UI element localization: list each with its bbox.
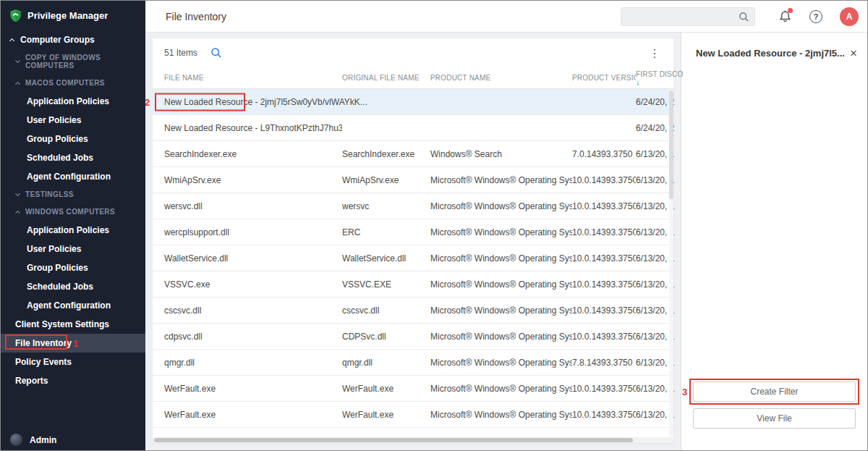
column-header-product-version[interactable]: PRODUCT VERSION [572, 74, 636, 82]
cell-original-file-name: WalletService.dll [342, 253, 430, 264]
sidebar-item-agent-configuration[interactable]: Agent Configuration [1, 296, 145, 315]
sidebar-item-application-policies[interactable]: Application Policies [1, 221, 145, 240]
cell-original-file-name: WerFault.exe [342, 384, 430, 394]
admin-user[interactable]: Admin [10, 434, 56, 446]
nav-label: Computer Groups [20, 35, 95, 45]
cell-original-file-name: VSSVC.EXE [342, 279, 430, 290]
cell-product-name: Windows® Search [430, 149, 572, 159]
nav-label: WINDOWS COMPUTERS [25, 208, 115, 216]
sidebar: Privilege Manager Computer Groups COPY O… [1, 1, 145, 450]
cell-product-version: 7.8.14393.3750 [572, 358, 636, 368]
help-button[interactable]: ? [809, 10, 822, 23]
admin-label: Admin [30, 435, 56, 445]
cell-product-version: 10.0.14393.3750 [572, 332, 636, 342]
notifications-button[interactable] [778, 9, 792, 23]
cell-product-name: Microsoft® Windows® Operating System [430, 332, 572, 342]
user-avatar[interactable]: A [840, 7, 859, 26]
cell-file-name: qmgr.dll [164, 358, 342, 368]
sidebar-item-user-policies[interactable]: User Policies [1, 240, 145, 258]
cell-file-name: cdpsvc.dll [164, 332, 342, 342]
sidebar-item-client-system-settings[interactable]: Client System Settings [1, 315, 145, 334]
table-row[interactable]: WerFault.exe WerFault.exe Microsoft® Win… [153, 376, 673, 402]
cell-original-file-name: wersvc [342, 201, 430, 211]
sidebar-item-group-policies[interactable]: Group Policies [1, 130, 145, 148]
cell-file-name: wercplsupport.dll [164, 227, 342, 237]
column-header-first-discovered[interactable]: FIRST DISCO ↓ [636, 70, 678, 85]
global-search-input[interactable] [621, 8, 754, 25]
cell-product-name: Microsoft® Windows® Operating System [430, 305, 572, 316]
cell-product-name: Microsoft® Windows® Operating System [430, 253, 572, 264]
sidebar-item-macos-computers[interactable]: MACOS COMPUTERS [1, 75, 145, 92]
sidebar-item-scheduled-jobs[interactable]: Scheduled Jobs [1, 148, 145, 167]
notification-dot [788, 8, 793, 13]
panel-header: New Loaded Resource - 2jmj7l5... × [681, 33, 867, 68]
create-filter-wrap: Create Filter 3 [693, 382, 856, 402]
cell-file-name: WalletService.dll [164, 253, 342, 264]
sidebar-item-file-inventory[interactable]: File Inventory 1 [1, 334, 145, 353]
table-row[interactable]: New Loaded Resource - L9ThxnotKPzthJ7hu3… [153, 115, 673, 141]
table-row[interactable]: cscsvc.dll cscsvc.dll Microsoft® Windows… [153, 298, 673, 324]
cell-product-name: Microsoft® Windows® Operating System [430, 358, 572, 368]
sidebar-item-computer-groups[interactable]: Computer Groups [1, 30, 145, 49]
sidebar-item-testinglss[interactable]: TESTINGLSS [1, 186, 145, 203]
table-row[interactable]: WerFault.exe WerFault.exe Microsoft® Win… [153, 402, 673, 428]
column-header-file-name[interactable]: FILE NAME [164, 74, 342, 82]
table-body: New Loaded Resource - 2jmj7l5rSw0yVb/vlW… [153, 89, 673, 428]
chevron-up-icon [15, 81, 20, 86]
table-row[interactable]: SearchIndexer.exe SearchIndexer.exe Wind… [153, 141, 673, 167]
column-header-original-file-name[interactable]: ORIGINAL FILE NAME [342, 74, 430, 82]
sort-descending-icon[interactable]: ↓ [636, 78, 672, 85]
horizontal-scrollbar[interactable] [153, 437, 673, 443]
sidebar-item-group-policies[interactable]: Group Policies [1, 258, 145, 277]
annotation-number-2: 2 [145, 96, 150, 107]
table-row[interactable]: WalletService.dll WalletService.dll Micr… [153, 245, 673, 271]
cell-original-file-name: SearchIndexer.exe [342, 149, 430, 159]
cell-product-version: 10.0.14393.3750 [572, 227, 636, 237]
sidebar-item-user-policies[interactable]: User Policies [1, 111, 145, 130]
sidebar-item-windows-computers[interactable]: WINDOWS COMPUTERS [1, 203, 145, 221]
sidebar-nav: Computer Groups COPY OF WINDOWS COMPUTER… [1, 29, 145, 390]
cell-original-file-name: qmgr.dll [342, 358, 430, 368]
global-search[interactable] [621, 7, 755, 26]
sidebar-item-scheduled-jobs[interactable]: Scheduled Jobs [1, 277, 145, 296]
file-inventory-card: 51 Items ⋮ FILE NAME ORIGINAL FILE NAME … [153, 38, 673, 443]
cell-file-name: wersvc.dll [164, 201, 342, 211]
table-header: FILE NAME ORIGINAL FILE NAME PRODUCT NAM… [153, 67, 673, 89]
file-name-text: New Loaded Resource - 2jmj7l5rSw0yVb/vlW… [164, 97, 367, 107]
cell-original-file-name: cscsvc.dll [342, 305, 430, 316]
table-row[interactable]: WmiApSrv.exe WmiApSrv.exe Microsoft® Win… [153, 167, 673, 193]
cell-product-version: 10.0.14393.3750 [572, 305, 636, 316]
cell-product-version: 10.0.14393.3750 [572, 253, 636, 264]
sidebar-item-reports[interactable]: Reports [1, 371, 145, 390]
table-row[interactable]: cdpsvc.dll CDPSvc.dll Microsoft® Windows… [153, 324, 673, 350]
cell-original-file-name: WerFault.exe [342, 410, 430, 420]
table-row[interactable]: qmgr.dll qmgr.dll Microsoft® Windows® Op… [153, 350, 673, 376]
view-file-button[interactable]: View File [693, 408, 856, 429]
kebab-menu-icon[interactable]: ⋮ [646, 46, 663, 60]
privilege-manager-window: Privilege Manager Computer Groups COPY O… [0, 0, 868, 451]
cell-file-name: VSSVC.exe [164, 279, 342, 290]
table-search-icon[interactable] [210, 47, 222, 59]
vertical-scrollbar[interactable] [669, 89, 673, 437]
sidebar-item-agent-configuration[interactable]: Agent Configuration [1, 167, 145, 186]
sidebar-item-copy-of-windows-computers[interactable]: COPY OF WINDOWS COMPUTERS [1, 49, 145, 75]
cell-product-name: Microsoft® Windows® Operating System [430, 227, 572, 237]
column-header-product-name[interactable]: PRODUCT NAME [430, 74, 572, 82]
sidebar-item-application-policies[interactable]: Application Policies [1, 92, 145, 111]
nav-label: COPY OF WINDOWS COMPUTERS [25, 54, 140, 69]
chevron-up-icon [15, 210, 20, 215]
table-row[interactable]: wersvc.dll wersvc Microsoft® Windows® Op… [153, 193, 673, 219]
vertical-scrollbar-thumb[interactable] [669, 90, 673, 199]
cell-file-name: WmiApSrv.exe [164, 175, 342, 185]
admin-avatar-icon [10, 434, 22, 446]
cell-product-version: 10.0.14393.3750 [572, 410, 636, 420]
horizontal-scrollbar-thumb[interactable] [154, 438, 633, 442]
close-icon[interactable]: × [850, 47, 857, 59]
table-row[interactable]: New Loaded Resource - 2jmj7l5rSw0yVb/vlW… [153, 89, 673, 115]
cell-original-file-name: ERC [342, 227, 430, 237]
create-filter-button[interactable]: Create Filter [693, 382, 856, 402]
chevron-up-icon [9, 38, 14, 43]
table-row[interactable]: VSSVC.exe VSSVC.EXE Microsoft® Windows® … [153, 271, 673, 298]
sidebar-item-policy-events[interactable]: Policy Events [1, 353, 145, 371]
table-row[interactable]: wercplsupport.dll ERC Microsoft® Windows… [153, 219, 673, 245]
